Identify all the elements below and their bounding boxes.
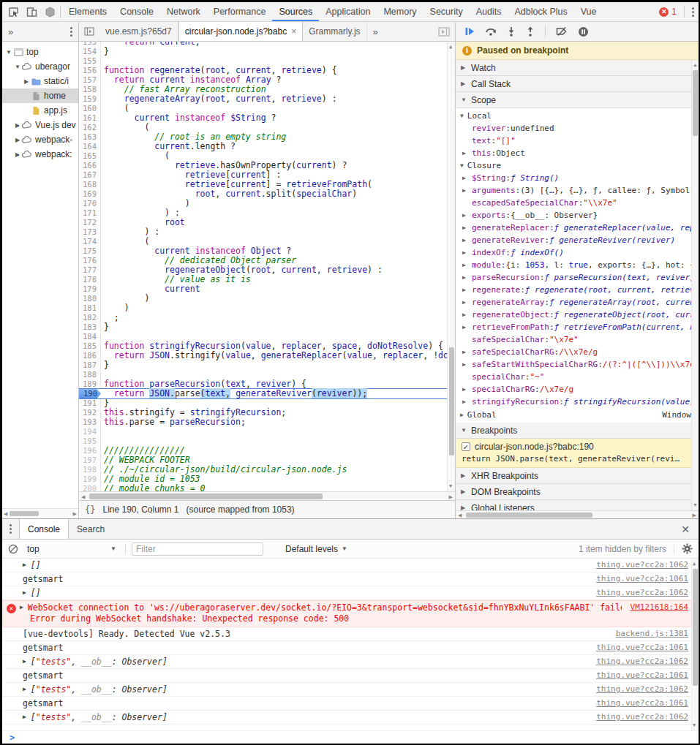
line-number-gutter[interactable]: 153 (79, 42, 101, 47)
tree-item-webpack-[interactable]: ▶webpack: (2, 147, 78, 162)
console-source-link[interactable]: thing.vue?cc2a:1062 (587, 560, 688, 570)
expand-arrow-icon[interactable]: ▶ (462, 249, 466, 256)
device-toolbar-icon[interactable] (26, 7, 37, 18)
line-number-gutter[interactable]: 171 (79, 208, 101, 218)
panel-tab-sources[interactable]: Sources (272, 2, 319, 21)
line-number-gutter[interactable]: 167 (79, 170, 101, 180)
watch-section-header[interactable]: ▶Watch (456, 60, 699, 76)
panel-tab-adblock-plus[interactable]: Adblock Plus (508, 2, 573, 21)
panel-tab-application[interactable]: Application (319, 2, 377, 21)
tab-search[interactable]: Search (69, 519, 113, 539)
tree-item-top[interactable]: ▼top (2, 45, 78, 59)
editor-vscrollbar[interactable]: ▲ ▼ (447, 42, 455, 491)
scope-property-stringifyRecursion[interactable]: ▶stringifyRecursion: ƒ stringifyRecursio… (456, 396, 699, 408)
inspect-element-icon[interactable] (8, 7, 19, 18)
console-source-link[interactable]: thing.vue?cc2a:1062 (587, 657, 688, 666)
tree-item-uberagor[interactable]: ▼uberagor (2, 59, 78, 74)
sidebar-hscrollbar[interactable]: ◀ ▶ (456, 510, 699, 518)
tree-expand-arrow[interactable]: ▼ (14, 64, 21, 70)
console-source-link[interactable]: thing.vue?cc2a:1062 (587, 684, 688, 694)
console-source-link[interactable]: thing.vue?cc2a:1061 (587, 670, 688, 680)
expand-arrow-icon[interactable]: ▶ (462, 262, 466, 268)
line-number-gutter[interactable]: 185 (79, 341, 101, 351)
expand-arrow-icon[interactable]: ▶ (462, 361, 466, 368)
console-source-link[interactable]: backend.js:1381 (607, 629, 688, 638)
line-number-gutter[interactable]: 165 (79, 151, 101, 161)
line-number-gutter[interactable]: 174 (79, 237, 101, 246)
panel-tab-memory[interactable]: Memory (377, 2, 423, 21)
sidebar-vscrollbar[interactable]: ▲ ▼ (691, 60, 699, 510)
expand-arrow-icon[interactable]: ▶ (462, 224, 466, 231)
editor-hscrollbar[interactable]: ◀ ▶ (79, 491, 455, 500)
panel-tab-audits[interactable]: Audits (470, 2, 508, 21)
breakpoint-checkbox[interactable]: ✓ (462, 442, 470, 451)
expand-arrow-icon[interactable]: ▶ (462, 386, 466, 393)
scope-property-reviver[interactable]: reviver: undefined (456, 122, 699, 135)
line-number-gutter[interactable]: 189 (79, 379, 101, 389)
expand-arrow-icon[interactable]: ▶ (462, 324, 466, 330)
deactivate-breakpoints-icon[interactable] (556, 26, 568, 37)
line-number-gutter[interactable]: 195 (79, 436, 101, 446)
line-number-gutter[interactable]: 157 (79, 75, 101, 85)
panel-tab-elements[interactable]: Elements (62, 2, 113, 21)
line-number-gutter[interactable]: 175 (79, 246, 101, 256)
tree-expand-arrow[interactable]: ▼ (5, 49, 12, 56)
line-number-gutter[interactable]: 191 (79, 398, 101, 408)
tree-item-static-i[interactable]: ▶static/i (2, 74, 78, 88)
scope-property-generateReviver[interactable]: ▶generateReviver: ƒ generateReviver(revi… (456, 234, 699, 246)
breakpoint-gutter[interactable]: 190 (79, 389, 101, 398)
line-number-gutter[interactable]: 164 (79, 142, 101, 151)
main-menu-icon[interactable] (692, 6, 694, 18)
line-number-gutter[interactable]: 198 (79, 465, 101, 474)
scope-property-module[interactable]: ▶module: {i: 1053, l: true, exports: {…}… (456, 259, 699, 271)
navigator-menu-icon[interactable] (70, 26, 72, 38)
expand-arrow-icon[interactable]: ▶ (462, 212, 466, 219)
scope-global-group[interactable]: ▶Global Window (456, 408, 699, 421)
console-vscrollbar[interactable]: ▲ ▼ (691, 559, 699, 730)
line-number-gutter[interactable]: 182 (79, 313, 101, 322)
line-number-gutter[interactable]: 181 (79, 303, 101, 313)
tree-expand-arrow[interactable]: ▶ (14, 137, 21, 143)
expand-arrow-icon[interactable]: ▶ (462, 349, 466, 355)
expand-arrow-icon[interactable]: ▶ (23, 561, 26, 568)
line-number-gutter[interactable]: 184 (79, 332, 101, 341)
panel-tab-console[interactable]: Console (113, 2, 160, 21)
file-tab-vue-esm-js-65d7[interactable]: vue.esm.js?65d7 (99, 22, 178, 41)
global-listeners-section-header[interactable]: ▶Global Listeners (456, 500, 699, 510)
tree-expand-arrow[interactable]: ▶ (14, 122, 21, 129)
expand-arrow-icon[interactable]: ▶ (462, 150, 466, 156)
pretty-print-icon[interactable]: {} (85, 504, 95, 515)
line-number-gutter[interactable]: 169 (79, 189, 101, 199)
expand-arrow-icon[interactable]: ▶ (462, 287, 466, 293)
resume-script-icon[interactable] (464, 26, 475, 37)
line-number-gutter[interactable]: 162 (79, 123, 101, 132)
line-number-gutter[interactable]: 200 (79, 484, 101, 491)
console-source-link[interactable]: thing.vue?cc2a:1062 (587, 712, 688, 722)
line-number-gutter[interactable]: 193 (79, 417, 101, 427)
scope-property-regenerateArray[interactable]: ▶regenerateArray: ƒ regenerateArray(root… (456, 296, 699, 309)
line-number-gutter[interactable]: 170 (79, 199, 101, 208)
line-number-gutter[interactable]: 196 (79, 446, 101, 455)
scope-property-retrieveFromPath[interactable]: ▶retrieveFromPath: ƒ retrieveFromPath(cu… (456, 321, 699, 333)
expand-arrow-icon[interactable]: ▶ (462, 299, 466, 306)
breakpoint-entry[interactable]: ✓ circular-json.node.js?babc:190 return … (456, 439, 699, 468)
console-source-link[interactable]: thing.vue?cc2a:1061 (587, 643, 688, 652)
navigator-more-tabs-icon[interactable]: » (8, 26, 13, 37)
console-source-link[interactable]: thing.vue?cc2a:1062 (587, 588, 688, 597)
scope-property-safeSpecialChar[interactable]: safeSpecialChar: "\x7e" (456, 333, 699, 346)
scope-property-this[interactable]: ▶this: Object (456, 147, 699, 159)
scope-property-arguments[interactable]: ▶arguments: (3) [{…}, {…}, ƒ, callee: ƒ,… (456, 184, 699, 197)
panel-tab-network[interactable]: Network (160, 2, 207, 21)
line-number-gutter[interactable]: 176 (79, 256, 101, 265)
line-number-gutter[interactable]: 168 (79, 180, 101, 189)
pause-on-exceptions-icon[interactable] (578, 26, 589, 37)
line-number-gutter[interactable]: 173 (79, 227, 101, 237)
step-out-icon[interactable] (526, 26, 535, 37)
scope-property-safeStartWithSpecialCharRG[interactable]: ▶safeStartWithSpecialCharRG: /(?:^|([^\\… (456, 358, 699, 371)
scope-property-generateReplacer[interactable]: ▶generateReplacer: ƒ generateReplacer(va… (456, 222, 699, 234)
hide-navigator-icon[interactable] (79, 22, 99, 41)
line-number-gutter[interactable]: 187 (79, 360, 101, 370)
line-number-gutter[interactable]: 160 (79, 104, 101, 113)
console-source-link[interactable]: thing.vue?cc2a:1061 (587, 574, 688, 583)
tree-expand-arrow[interactable]: ▶ (23, 78, 30, 85)
